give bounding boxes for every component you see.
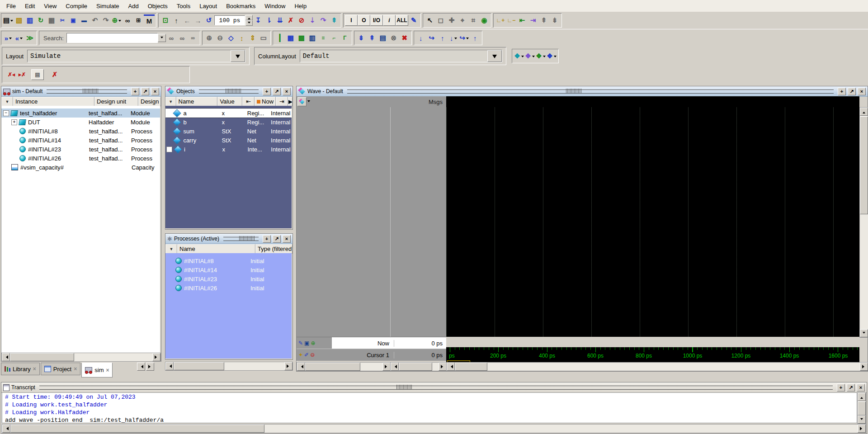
scroll-thumb[interactable]: [858, 401, 866, 415]
scroll-left-icon[interactable]: [391, 363, 399, 371]
processes-column-type[interactable]: Type (filtered): [255, 244, 292, 254]
trace-next-button[interactable]: ↓: [448, 33, 459, 43]
cursor-lock-icon[interactable]: ✦: [298, 352, 303, 358]
wave-name-column-header[interactable]: Msgs: [297, 96, 446, 108]
run-button[interactable]: ↧: [253, 15, 264, 26]
remove-marker-dropdown-icon[interactable]: [20, 38, 23, 41]
copy-button[interactable]: ▣: [68, 15, 79, 26]
environment-forward-button[interactable]: →: [193, 15, 203, 26]
cut-button[interactable]: ✂: [57, 15, 68, 26]
run-length-field[interactable]: 100 ps: [214, 15, 245, 25]
wave-name-pane[interactable]: [297, 107, 390, 337]
trace-source-button[interactable]: ↑: [470, 33, 481, 43]
scroll-right-icon[interactable]: [439, 363, 447, 371]
add-selected-button[interactable]: ⊕: [111, 15, 122, 26]
tab-close-icon[interactable]: ×: [33, 366, 36, 372]
step-out-button[interactable]: ⇞: [329, 15, 340, 26]
process-row-initial-23[interactable]: #INITIAL#23 Initial: [165, 274, 292, 283]
tree-row-initial-14[interactable]: #INITIAL#14 test_halfad... Process: [1, 136, 160, 145]
processes-panel-drag-handle[interactable]: [223, 237, 259, 241]
sim-panel-drag-handle[interactable]: [47, 90, 127, 94]
menu-window[interactable]: Window: [260, 1, 290, 11]
objects-filter-icon[interactable]: ▼: [165, 97, 176, 106]
align-rows-button[interactable]: Γ: [340, 33, 350, 43]
delete-layout-dropdown-icon[interactable]: [532, 56, 535, 59]
scroll-up-icon[interactable]: [858, 393, 866, 401]
zoom-in-on-cursor-button[interactable]: ↕: [236, 33, 247, 43]
scroll-right-icon[interactable]: [382, 363, 391, 371]
reset-layout-button[interactable]: ❖: [546, 51, 557, 61]
new-file-dropdown-icon[interactable]: [10, 20, 13, 23]
insert-marker-dropdown-icon[interactable]: [9, 38, 12, 41]
environment-up-button[interactable]: ↑: [171, 15, 182, 26]
layout-select[interactable]: Simulate: [27, 50, 245, 62]
tab-library[interactable]: Library ×: [1, 363, 40, 375]
processes-panel-header[interactable]: ✱ Processes (Active) + ↗ ×: [165, 234, 292, 244]
add-selected-dropdown-icon[interactable]: [118, 20, 121, 23]
scroll-down-icon[interactable]: [858, 415, 866, 424]
scroll-right-icon[interactable]: [860, 363, 868, 371]
run-continue-button[interactable]: ⇂: [264, 15, 274, 26]
sim-panel-expand-button[interactable]: +: [131, 88, 139, 95]
objects-panel-drag-handle[interactable]: [199, 90, 259, 94]
pan-mode-button[interactable]: ✚: [446, 15, 457, 26]
run-all-button[interactable]: ⇊: [274, 15, 285, 26]
column-layout-select[interactable]: Default: [300, 50, 502, 62]
objects-panel-expand-button[interactable]: +: [263, 88, 271, 95]
scroll-thumb[interactable]: [305, 363, 360, 371]
processes-filter-icon[interactable]: ▼: [165, 244, 177, 254]
wave-signal-menu-button[interactable]: [297, 97, 307, 106]
layout-select-dropdown-icon[interactable]: [231, 50, 245, 62]
tree-row-initial-8[interactable]: #INITIAL#8 test_halfad... Process: [1, 127, 160, 136]
search-dropdown-button[interactable]: [158, 34, 166, 42]
now-button[interactable]: Now: [255, 97, 276, 106]
insert-divider-button[interactable]: ┃: [274, 33, 285, 43]
stop-button[interactable]: ⊘: [296, 15, 307, 26]
column-layout-select-dropdown-icon[interactable]: [487, 50, 502, 62]
transcript-panel-expand-button[interactable]: +: [837, 384, 845, 392]
find-next-button[interactable]: ∞: [166, 33, 177, 43]
sim-panel-close-button[interactable]: ×: [151, 88, 159, 95]
collapse-icon[interactable]: −: [3, 110, 9, 116]
process-row-initial-26[interactable]: #INITIAL#26 Initial: [165, 283, 292, 292]
objects-column-value[interactable]: Value: [217, 97, 242, 106]
process-row-initial-14[interactable]: #INITIAL#14 Initial: [165, 265, 292, 274]
tree-row-test-halfadder[interactable]: − test_halfadder test_halfad... Module: [1, 108, 160, 118]
run-length-up-icon[interactable]: [245, 15, 253, 20]
goto-marker-button[interactable]: ≫: [24, 33, 35, 43]
processes-column-name[interactable]: Name: [177, 244, 255, 254]
clear-differences-button[interactable]: ✗: [49, 69, 60, 80]
cursor-delete-icon[interactable]: ⊖: [310, 352, 315, 358]
collapse-all-time-button[interactable]: ⊗: [388, 33, 399, 43]
insert-marker-button[interactable]: »: [3, 33, 14, 43]
menu-layout[interactable]: Layout: [195, 1, 222, 11]
scroll-thumb[interactable]: [174, 362, 224, 370]
find-all-button[interactable]: ∞: [188, 33, 198, 43]
previous-difference-button[interactable]: ✗◂: [6, 69, 17, 80]
wave-panel-header[interactable]: Wave - Default + ↗ ×: [297, 86, 868, 97]
tab-scroll-left-icon[interactable]: [137, 363, 145, 371]
delete-layout-button[interactable]: ❖: [524, 51, 535, 61]
tab-scroll-right-icon[interactable]: [146, 363, 154, 371]
previous-transition-button[interactable]: ⇤: [517, 15, 528, 26]
run-length-stepper[interactable]: [245, 15, 253, 26]
scroll-thumb[interactable]: [10, 353, 74, 361]
menu-objects[interactable]: Objects: [143, 1, 172, 11]
filter-input-button[interactable]: I: [345, 15, 358, 26]
trace-output-net-button[interactable]: ↑: [437, 33, 448, 43]
delete-cursor-button[interactable]: ∟−: [506, 15, 517, 26]
sim-column-design-unit-type[interactable]: Design unit t: [138, 97, 161, 106]
break-button[interactable]: ✗: [285, 15, 296, 26]
wave-color-brush-button[interactable]: ✎: [408, 15, 419, 26]
goto-previous-event-button[interactable]: ⇤: [242, 97, 255, 106]
menu-edit[interactable]: Edit: [20, 1, 39, 11]
expand-icon[interactable]: +: [166, 146, 172, 152]
next-difference-button[interactable]: ▸✗: [17, 69, 28, 80]
filter-all-button[interactable]: ALL: [396, 15, 408, 26]
zoom-full-button[interactable]: ◇: [226, 33, 236, 43]
wave-cursor-row[interactable]: ✦ ✐ ⊖ Cursor 1 0 ps: [297, 349, 446, 361]
combine-signals-button[interactable]: ▥: [307, 33, 318, 43]
processes-panel-close-button[interactable]: ×: [283, 235, 291, 243]
transcript-panel-close-button[interactable]: ×: [857, 384, 865, 392]
sim-panel-header[interactable]: sim - Default + ↗ ×: [1, 86, 161, 97]
